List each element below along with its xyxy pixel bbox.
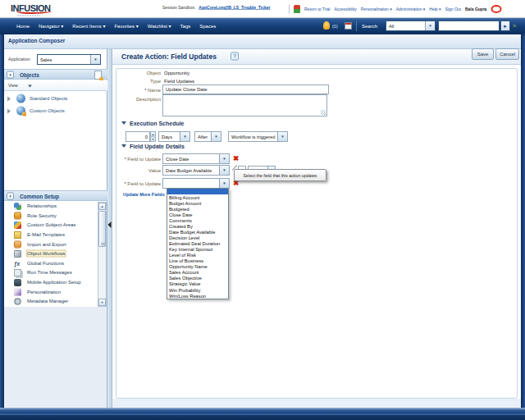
calendar-icon[interactable] <box>345 22 352 30</box>
dropdown-option[interactable]: Estimated Deal Duration <box>167 240 228 246</box>
header-link[interactable]: Help ▾ <box>429 7 441 11</box>
tree-item[interactable]: Custom Objects <box>4 105 107 117</box>
spin-down-icon[interactable]: ▼ <box>150 137 156 143</box>
header-link[interactable]: Personalization ▾ <box>361 7 392 11</box>
field-to-update-label-2: *Field to Update <box>124 180 161 186</box>
notifications-bell-icon[interactable] <box>323 21 330 30</box>
chevron-down-icon[interactable]: ▼ <box>180 132 189 141</box>
dropdown-option[interactable]: Date Budget Available <box>167 229 228 235</box>
search-scope-select[interactable]: All▼ <box>386 21 436 31</box>
dropdown-option[interactable]: Level of Risk <box>167 252 228 258</box>
expand-arrow-icon[interactable] <box>7 97 11 102</box>
navbar-item[interactable]: Tags <box>180 24 191 30</box>
name-input[interactable]: Update Close Date <box>162 84 329 94</box>
common-setup-item[interactable]: E-Mail Templates <box>4 231 98 240</box>
chevron-down-icon[interactable]: ▼ <box>219 166 229 175</box>
objects-tree: Standard Objects Custom Objects <box>4 93 107 117</box>
cancel-button[interactable]: Cancel <box>495 48 519 60</box>
navbar-item[interactable]: Spaces <box>199 24 216 30</box>
objects-section-header[interactable]: ▼ Objects <box>4 69 107 80</box>
schedule-trigger-select[interactable]: Workflow is triggered▼ <box>228 131 288 142</box>
dropdown-option[interactable]: Win/Loss Reason <box>167 293 228 299</box>
number-spinner[interactable]: ▲ ▼ <box>150 131 156 142</box>
dropdown-option[interactable]: Close Date <box>167 212 228 217</box>
navbar-item[interactable]: Watchlist ▾ <box>148 24 171 30</box>
save-button[interactable]: Save <box>472 48 494 60</box>
header-link[interactable]: Sign Out <box>445 7 461 11</box>
dropdown-option[interactable]: Budgeted <box>167 206 228 212</box>
section-collapse-icon[interactable] <box>121 121 126 125</box>
header-link[interactable]: Administration ▾ <box>396 7 426 11</box>
session-sandbox-link[interactable]: AppCoreLong5B_LS_Trouble_Ticket <box>199 6 270 11</box>
view-menu[interactable]: View <box>8 83 18 88</box>
common-setup-item[interactable]: Role Security <box>4 212 98 221</box>
navbar-item[interactable]: Home <box>16 24 30 30</box>
collapse-icon[interactable]: ▼ <box>7 193 14 200</box>
search-input[interactable] <box>438 21 500 31</box>
schedule-number-input[interactable]: 0 <box>126 131 150 142</box>
update-more-fields-link[interactable]: Update More Fields <box>123 192 165 197</box>
tree-item[interactable]: Standard Objects <box>4 93 107 105</box>
search-label: Search <box>362 24 377 30</box>
dropdown-option[interactable]: Line of Business <box>167 258 228 264</box>
dropdown-option[interactable]: Comments <box>167 217 228 223</box>
common-setup-section-header[interactable]: ▼ Common Setup <box>4 190 107 201</box>
common-setup-item[interactable]: Import and Export <box>4 240 98 249</box>
dropdown-option[interactable]: Sales Account <box>167 270 228 276</box>
common-setup-item[interactable]: Relationships <box>4 202 98 212</box>
chevron-down-icon[interactable]: ▼ <box>425 21 435 30</box>
common-setup-item[interactable]: Object Workflows <box>4 249 98 259</box>
collapse-panel-icon[interactable] <box>108 221 112 228</box>
dropdown-option[interactable]: Win Probability <box>167 287 228 293</box>
common-setup-item[interactable]: Mobile Application Setup <box>4 278 98 288</box>
expand-arrow-icon[interactable] <box>7 109 11 114</box>
header-link[interactable]: Accessibility <box>334 7 356 11</box>
scrollbar[interactable]: ▲ ▼ <box>98 202 107 307</box>
type-value: Field Updates <box>164 78 194 84</box>
common-setup-item[interactable]: Global Functions <box>4 259 98 269</box>
header-link[interactable]: Return to Trial <box>304 7 330 11</box>
value-select[interactable]: Date Budget Available▼ <box>162 165 230 176</box>
description-textarea[interactable] <box>162 94 327 116</box>
global-header-right: Return to TrialAccessibilityPersonalizat… <box>289 3 501 15</box>
scroll-up-icon[interactable]: ▲ <box>98 203 106 210</box>
dropdown-option[interactable]: Opportunity Name <box>167 264 228 270</box>
common-setup-item[interactable]: Run Time Messages <box>4 268 98 278</box>
advanced-search-icon[interactable]: » <box>513 21 516 30</box>
dropdown-option[interactable]: Sales Objective <box>167 276 228 281</box>
dropdown-option[interactable]: Created By <box>167 223 228 229</box>
application-select[interactable]: Sales▼ <box>37 54 101 65</box>
section-collapse-icon[interactable] <box>121 144 126 148</box>
dropdown-option[interactable]: Billing Account <box>167 194 228 200</box>
collapse-icon[interactable]: ▼ <box>7 71 14 79</box>
navbar-item[interactable]: Favorites ▾ <box>114 24 138 30</box>
dropdown-option[interactable]: Key Internal Sponsor <box>167 246 228 252</box>
scrollbar-thumb[interactable] <box>98 211 106 247</box>
chevron-down-icon[interactable]: ▼ <box>211 132 221 141</box>
common-setup-item[interactable]: Custom Subject Areas <box>4 221 98 231</box>
dropdown-option[interactable]: Budget Amount <box>167 200 228 206</box>
navbar-item[interactable]: Navigator ▾ <box>39 24 63 30</box>
resize-grip-icon[interactable] <box>321 110 326 115</box>
chevron-down-icon[interactable]: ▼ <box>277 132 287 141</box>
chevron-down-icon[interactable]: ▼ <box>219 179 229 188</box>
dropdown-option[interactable]: Strategic Value <box>167 281 228 287</box>
common-setup-item[interactable]: Metadata Manager <box>4 297 98 307</box>
schedule-unit-select[interactable]: Days▼ <box>158 131 190 142</box>
help-icon[interactable]: ? <box>231 52 239 61</box>
new-object-icon[interactable] <box>94 71 102 80</box>
divider <box>356 21 357 31</box>
search-go-button[interactable]: ▸ <box>500 21 510 31</box>
dropdown-selected-blank-option[interactable] <box>167 189 228 194</box>
delete-row-icon[interactable]: ✖ <box>233 154 241 162</box>
schedule-when-select[interactable]: After▼ <box>194 131 221 142</box>
chevron-down-icon[interactable]: ▼ <box>90 55 100 64</box>
dropdown-option[interactable]: Decision Level <box>167 235 228 240</box>
divider <box>289 5 290 14</box>
field-to-update-select-1[interactable]: Close Date▼ <box>162 153 230 164</box>
chevron-down-icon[interactable]: ▼ <box>219 154 229 163</box>
scroll-down-icon[interactable]: ▼ <box>98 299 106 306</box>
common-setup-item[interactable]: Personalization <box>4 287 98 297</box>
navbar-item[interactable]: Recent Items ▾ <box>72 24 105 30</box>
field-dropdown-list: Billing AccountBudget AmountBudgetedClos… <box>167 188 229 299</box>
